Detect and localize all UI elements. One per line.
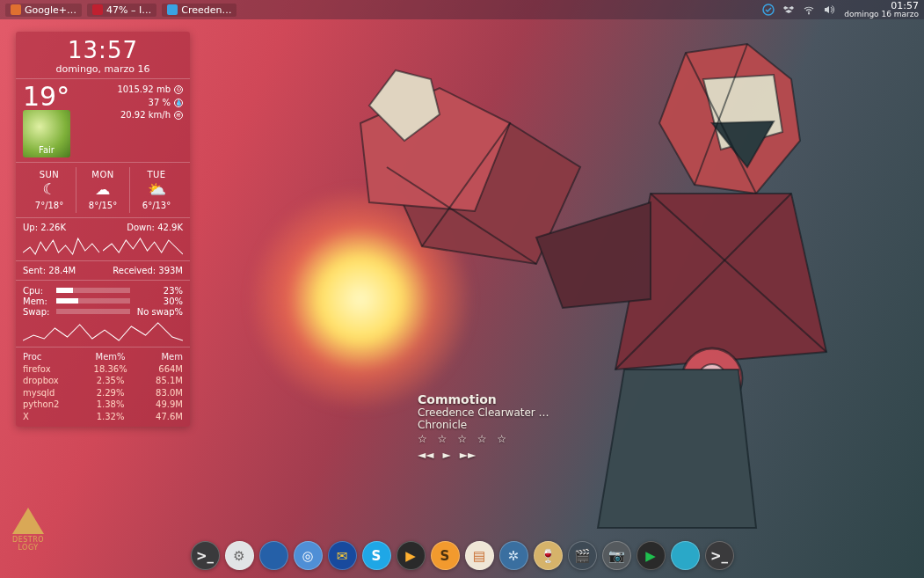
humidity-value: 37 % [149, 97, 171, 110]
sys-value: 23% [135, 286, 183, 296]
widget-time: 13:57 [23, 37, 183, 63]
proc-mem: 83.0M [138, 387, 183, 399]
task-item[interactable]: 47% – I… [87, 4, 156, 17]
forecast-icon: ⛅ [130, 179, 183, 201]
net-sent: Sent: 28.4M [23, 266, 103, 275]
sys-label: Mem: [23, 296, 51, 306]
dock-app-video-editor[interactable]: 🎬 [568, 541, 597, 570]
svg-marker-1 [703, 75, 782, 150]
panel-clock[interactable]: 01:57 domingo 16 marzo [844, 1, 919, 19]
task-label: Creeden… [181, 4, 231, 16]
table-row: X1.32%47.6M [23, 411, 183, 423]
task-item[interactable]: Creeden… [162, 4, 236, 17]
prev-button[interactable]: ◄◄ [418, 449, 433, 461]
forecast-day: SUN☾7°/18° [23, 167, 76, 213]
system-tray [762, 4, 835, 16]
cpu-history-graph [23, 319, 183, 342]
pressure-icon: ⏲ [174, 85, 183, 94]
net-up-graph [23, 235, 103, 256]
distro-logo: DESTRO LOGY [12, 508, 44, 552]
dock-app-media-player[interactable]: ▶ [397, 541, 426, 570]
table-row: firefox18.36%664M [23, 363, 183, 376]
proc-mem: 664M [138, 363, 183, 376]
svg-point-5 [698, 364, 726, 392]
proc-header-name: Proc [23, 352, 83, 363]
dock-app-skype[interactable]: S [362, 541, 391, 570]
dock-app-file-manager[interactable]: ▤ [465, 541, 494, 570]
svg-line-15 [387, 167, 536, 264]
play-button[interactable]: ► [442, 449, 450, 461]
weather-icon: Fair [23, 110, 70, 157]
dock-app-firefox[interactable] [259, 541, 288, 570]
proc-name: firefox [23, 363, 83, 376]
sys-label: Cpu: [23, 286, 51, 296]
media-controls: ◄◄ ► ►► [418, 449, 549, 461]
task-icon [11, 4, 21, 15]
dock-app-terminal[interactable]: >_ [191, 541, 220, 570]
weather-now: 19° Fair 1015.92 mb⏲ 37 %💧 20.92 km/h≋ [16, 79, 190, 163]
weather-forecast: SUN☾7°/18°MON☁8°/15°TUE⛅6°/13° [16, 163, 190, 218]
net-down-graph [103, 235, 183, 256]
proc-name: mysqld [23, 387, 83, 399]
track-artist: Creedence Clearwater … [418, 406, 549, 419]
svg-marker-2 [712, 121, 774, 167]
sys-bar [56, 298, 130, 304]
sys-bar [56, 288, 130, 293]
panel-date: domingo 16 marzo [844, 11, 919, 18]
proc-mempct: 1.32% [83, 411, 138, 423]
svg-line-11 [686, 53, 756, 194]
now-playing: Commotion Creedence Clearwater … Chronic… [418, 392, 549, 461]
svg-marker-3 [615, 194, 826, 369]
dropbox-icon[interactable] [782, 4, 795, 16]
sys-bar [56, 309, 130, 314]
dock-app-wine[interactable]: 🍷 [534, 541, 563, 570]
forecast-range: 6°/13° [130, 201, 183, 210]
proc-mempct: 18.36% [83, 363, 138, 376]
dock-app-prefs[interactable]: ⚙ [225, 541, 254, 570]
widget-date: domingo, marzo 16 [23, 63, 183, 75]
dock-app-spiral-app[interactable]: ✲ [499, 541, 528, 570]
forecast-icon: ☁ [76, 179, 129, 201]
forecast-dayname: MON [76, 170, 129, 179]
proc-mem: 85.1M [138, 375, 183, 387]
forecast-range: 7°/18° [23, 201, 76, 210]
logo-line1: DESTRO [12, 536, 44, 544]
dock-app-terminal-2[interactable]: >_ [705, 541, 734, 570]
dock-app-sublime[interactable]: S [431, 541, 460, 570]
svg-line-14 [615, 194, 791, 369]
task-item[interactable]: Google+… [5, 4, 82, 17]
proc-mempct: 1.38% [83, 399, 138, 411]
dock-app-emerald[interactable]: ▶ [637, 541, 666, 570]
wifi-icon[interactable] [803, 4, 815, 16]
proc-mempct: 2.35% [83, 375, 138, 387]
dock-app-globe[interactable] [671, 541, 700, 570]
dock-app-mail[interactable]: ✉ [328, 541, 357, 570]
table-row: mysqld2.29%83.0M [23, 387, 183, 399]
top-panel: Google+…47% – I…Creeden… 01:57 domingo 1… [0, 0, 924, 19]
proc-header-mem: Mem [138, 352, 183, 363]
wind-value: 20.92 km/h [120, 109, 171, 122]
repulsor-glow [246, 185, 475, 413]
system-meters: Cpu:23%Mem:30%Swap:No swap% [16, 281, 190, 348]
sys-meter-row: Mem:30% [23, 296, 183, 306]
volume-icon[interactable] [823, 4, 835, 16]
logo-line2: LOGY [12, 544, 44, 552]
track-rating[interactable]: ☆ ☆ ☆ ☆ ☆ [418, 433, 549, 445]
track-title: Commotion [418, 392, 549, 406]
task-label: Google+… [25, 4, 76, 16]
update-icon[interactable] [762, 4, 775, 16]
net-recv: Received: 393M [103, 266, 183, 275]
weather-temp: 19° [23, 84, 70, 110]
svg-line-12 [695, 44, 747, 185]
next-button[interactable]: ►► [460, 449, 476, 461]
sys-meter-row: Cpu:23% [23, 286, 183, 296]
widget-clock: 13:57 domingo, marzo 16 [16, 32, 190, 79]
dock-app-chromium[interactable]: ◎ [294, 541, 323, 570]
dock-app-screenshot[interactable]: 📷 [602, 541, 631, 570]
svg-marker-7 [360, 88, 510, 211]
table-row: python21.38%49.9M [23, 399, 183, 411]
forecast-dayname: TUE [130, 170, 183, 179]
network-graphs: Up: 2.26K Down: 42.9K [16, 218, 190, 261]
svg-marker-6 [387, 123, 580, 264]
process-list: Proc Mem% Mem firefox18.36%664Mdropbox2.… [16, 348, 190, 428]
